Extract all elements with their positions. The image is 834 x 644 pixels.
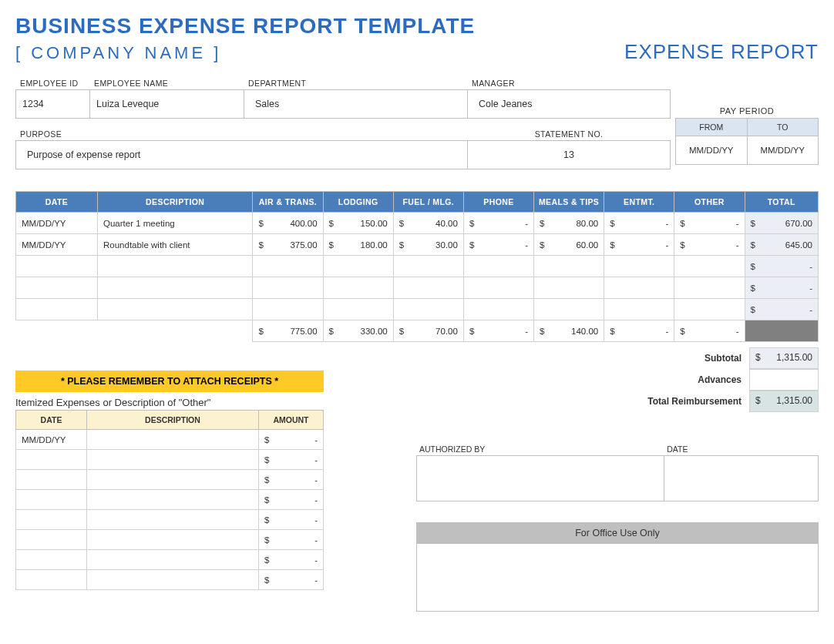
itemized-row[interactable]: $-	[16, 490, 324, 510]
itemized-row[interactable]: $-	[16, 570, 324, 590]
cell[interactable]: $40.00	[393, 213, 463, 234]
cell[interactable]	[253, 277, 323, 299]
cell[interactable]	[16, 530, 87, 550]
cell[interactable]	[16, 510, 87, 530]
cell[interactable]	[604, 256, 674, 277]
itemized-row[interactable]: $-	[16, 530, 324, 550]
cell[interactable]	[98, 256, 253, 277]
cell[interactable]: $-	[604, 234, 674, 256]
cell[interactable]	[323, 299, 393, 320]
cell[interactable]	[16, 570, 87, 590]
cell[interactable]: $-	[674, 213, 745, 234]
cell[interactable]: $-	[259, 450, 324, 470]
cell[interactable]	[253, 299, 323, 320]
cell[interactable]: $-	[259, 510, 324, 530]
itemized-row[interactable]: MM/DD/YY$-	[16, 430, 324, 450]
itemized-row[interactable]: $-	[16, 550, 324, 570]
cell[interactable]	[87, 530, 259, 550]
cell[interactable]: MM/DD/YY	[16, 430, 87, 450]
employee-name-field[interactable]: Luiza Leveque	[89, 89, 244, 119]
itemized-row[interactable]: $-	[16, 470, 324, 490]
cell[interactable]	[534, 256, 604, 277]
cell[interactable]: $670.00	[745, 213, 819, 234]
cell[interactable]	[87, 510, 259, 530]
cell[interactable]	[87, 450, 259, 470]
cell[interactable]: MM/DD/YY	[16, 234, 98, 256]
cell[interactable]	[463, 256, 533, 277]
cell[interactable]: $-	[259, 530, 324, 550]
cell[interactable]: $375.00	[253, 234, 323, 256]
cell[interactable]: $30.00	[393, 234, 463, 256]
auth-date-field[interactable]	[664, 455, 819, 501]
cell[interactable]: $-	[604, 213, 674, 234]
total-fuel: $70.00	[393, 320, 463, 342]
cell[interactable]	[463, 299, 533, 320]
table-row[interactable]: $-	[16, 299, 819, 320]
statement-no-field[interactable]: 13	[467, 140, 671, 169]
cell[interactable]	[16, 550, 87, 570]
cell[interactable]	[98, 277, 253, 299]
cell[interactable]	[674, 277, 745, 299]
cell[interactable]: $-	[745, 256, 819, 277]
cell[interactable]	[16, 490, 87, 510]
cell[interactable]	[253, 256, 323, 277]
cell[interactable]	[16, 299, 98, 320]
cell[interactable]: $-	[463, 234, 533, 256]
table-row[interactable]: $-	[16, 256, 819, 277]
cell[interactable]: $-	[259, 570, 324, 590]
cell[interactable]	[16, 277, 98, 299]
cell[interactable]	[87, 570, 259, 590]
employee-id-field[interactable]: 1234	[15, 89, 89, 119]
cell[interactable]	[16, 256, 98, 277]
cell[interactable]	[674, 256, 745, 277]
office-use-only-body[interactable]	[416, 544, 819, 604]
cell[interactable]	[534, 299, 604, 320]
cell[interactable]	[604, 277, 674, 299]
itemized-row[interactable]: $-	[16, 510, 324, 530]
cell[interactable]	[87, 430, 259, 450]
cell[interactable]: $80.00	[534, 213, 604, 234]
cell[interactable]: MM/DD/YY	[16, 213, 98, 234]
cell[interactable]: $-	[259, 470, 324, 490]
pay-period-from-field[interactable]: MM/DD/YY	[676, 136, 748, 164]
cell[interactable]	[87, 470, 259, 490]
table-row[interactable]: MM/DD/YYQuarter 1 meeting$400.00$150.00$…	[16, 213, 819, 234]
cell[interactable]: $180.00	[323, 234, 393, 256]
cell[interactable]	[16, 450, 87, 470]
manager-field[interactable]: Cole Jeanes	[467, 89, 671, 119]
cell[interactable]	[604, 299, 674, 320]
cell[interactable]	[393, 299, 463, 320]
cell[interactable]	[87, 490, 259, 510]
itemized-row[interactable]: $-	[16, 450, 324, 470]
cell[interactable]: $60.00	[534, 234, 604, 256]
cell[interactable]: $-	[259, 550, 324, 570]
cell[interactable]	[674, 299, 745, 320]
authorized-by-field[interactable]	[416, 455, 664, 501]
cell[interactable]: $-	[674, 234, 745, 256]
cell[interactable]	[393, 277, 463, 299]
cell[interactable]	[323, 277, 393, 299]
cell[interactable]	[323, 256, 393, 277]
cell[interactable]	[87, 550, 259, 570]
cell[interactable]: $645.00	[745, 234, 819, 256]
cell[interactable]: $-	[463, 213, 533, 234]
cell[interactable]: Roundtable with client	[98, 234, 253, 256]
cell[interactable]: $-	[745, 299, 819, 320]
advances-value[interactable]	[749, 369, 819, 391]
department-field[interactable]: Sales	[244, 89, 467, 119]
cell[interactable]: $-	[745, 277, 819, 299]
cell[interactable]: $150.00	[323, 213, 393, 234]
cell[interactable]: $-	[259, 430, 324, 450]
pay-period-to-field[interactable]: MM/DD/YY	[748, 136, 819, 164]
cell[interactable]: $-	[259, 490, 324, 510]
cell[interactable]	[463, 277, 533, 299]
cell[interactable]: Quarter 1 meeting	[98, 213, 253, 234]
cell[interactable]	[98, 299, 253, 320]
purpose-field[interactable]: Purpose of expense report	[15, 140, 467, 169]
cell[interactable]	[393, 256, 463, 277]
cell[interactable]	[16, 470, 87, 490]
cell[interactable]: $400.00	[253, 213, 323, 234]
table-row[interactable]: MM/DD/YYRoundtable with client$375.00$18…	[16, 234, 819, 256]
table-row[interactable]: $-	[16, 277, 819, 299]
cell[interactable]	[534, 277, 604, 299]
